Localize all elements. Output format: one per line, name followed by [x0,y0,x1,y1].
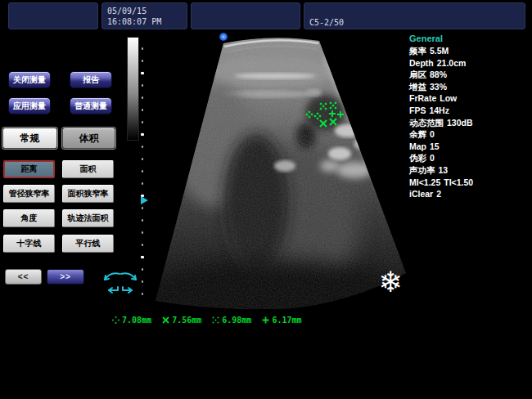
topbar-probe-panel: C5-2/50 [304,2,525,29]
tab-general[interactable]: 常规 [2,128,57,149]
param-row: 动态范围130dB [409,117,530,129]
param-row: iClear2 [409,188,530,200]
caliper-x-icon [161,316,170,325]
measurement-results: 7.08mm 7.56mm 6.98mm 6.17mm [111,316,302,325]
param-row: Map15 [409,141,530,153]
param-row: 扇区88% [409,69,530,81]
tool-diameter-stenosis-button[interactable]: 管径狭窄率 [3,185,55,203]
time-text: 16:08:07 PM [107,16,182,27]
caliper-dot-square-icon [211,316,220,325]
sector-anatomy [146,31,409,309]
report-button[interactable]: 报告 [70,71,112,88]
result-value: 6.98mm [222,316,251,325]
tab-volume[interactable]: 体积 [62,128,115,149]
apply-measure-button[interactable]: 应用测量 [8,97,51,114]
page-prev-button[interactable]: << [5,269,42,285]
caliper-plus-icon [261,316,270,325]
page-next-button[interactable]: >> [47,269,84,285]
cursor-hint-icon [101,269,140,295]
probe-label: C5-2/50 [309,17,520,28]
caliper-dot-diamond-icon [111,316,120,325]
ultrasound-image[interactable] [146,31,409,309]
param-row: 余辉0 [409,128,530,141]
parameter-panel: General 频率5.5M Depth21.0cm 扇区88% 增益33% F… [409,33,530,200]
param-row: 频率5.5M [409,45,530,57]
result-value: 6.17mm [272,316,301,325]
tool-distance-button[interactable]: 距离 [3,160,55,178]
param-row: FPS14Hz [409,105,530,117]
grayscale-bar [127,37,139,141]
tool-area-button[interactable]: 面积 [62,160,114,178]
date-text: 05/09/15 [107,6,182,16]
result-item: 7.56mm [161,316,201,325]
freeze-indicator-icon: ❄ [373,265,408,299]
depth-scale [139,41,146,304]
result-item: 6.17mm [261,316,301,325]
tool-trace-area-button[interactable]: 轨迹法面积 [62,209,114,227]
result-value: 7.56mm [172,316,201,325]
preset-name: General [409,33,530,45]
topbar-datetime-panel: 05/09/15 16:08:07 PM [101,2,187,29]
param-row: MI<1.25TI<1.50 [409,177,530,189]
param-row: 伪彩0 [409,152,530,164]
tool-angle-button[interactable]: 角度 [3,209,55,227]
close-measure-button[interactable]: 关闭测量 [8,71,51,88]
result-item: 7.08mm [111,316,151,325]
param-row: 增益33% [409,81,530,93]
tool-crossline-button[interactable]: 十字线 [3,235,55,253]
topbar-patient-panel [191,2,300,29]
param-row: 声功率13 [409,164,530,177]
param-row: FrRateLow [409,92,530,105]
tool-parallel-line-button[interactable]: 平行线 [62,235,114,253]
param-row: Depth21.0cm [409,57,530,69]
general-measure-button[interactable]: 普通测量 [70,97,112,114]
ultrasound-screen: 05/09/15 16:08:07 PM C5-2/50 关闭测量 报告 应用测… [0,0,532,399]
result-value: 7.08mm [122,316,151,325]
probe-orientation-marker [219,33,228,41]
result-item: 6.98mm [211,316,251,325]
tool-area-stenosis-button[interactable]: 面积狭窄率 [62,185,114,203]
topbar-hospital-panel [8,2,98,29]
